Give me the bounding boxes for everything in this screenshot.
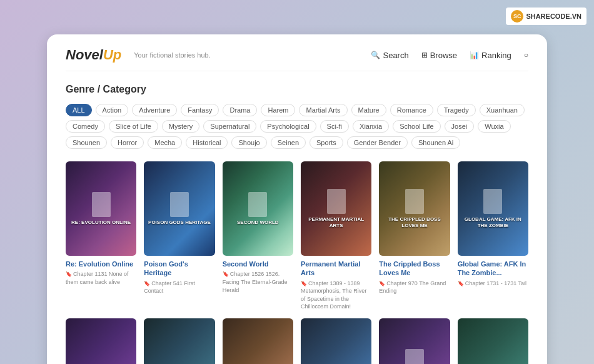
genre-tag-fantasy[interactable]: Fantasy <box>181 104 219 116</box>
novel-title-global-game: Global Game: AFK In The Zombie... <box>458 260 528 278</box>
genre-tag-sports[interactable]: Sports <box>310 136 343 149</box>
novel-chapter-crippled-boss: 🔖Chapter 970 The Grand Ending <box>379 280 450 295</box>
novel-chapter-permanent-martial: 🔖Chapter 1389 - 1389 Metamorphosis, The … <box>301 280 371 311</box>
genre-tag-xuanhuan[interactable]: Xuanhuan <box>480 104 525 116</box>
genre-tag-martial-arts[interactable]: Martial Arts <box>299 104 347 116</box>
genre-tag-mecha[interactable]: Mecha <box>148 136 182 149</box>
novel-card-novel-11[interactable]: AFTER TRANSMIGRATINGAfter Transmigrating… <box>379 318 450 364</box>
novel-cover-novel-8 <box>144 318 214 364</box>
novel-title-second-world: Second World <box>223 260 293 268</box>
nav-search-label: Search <box>383 51 408 60</box>
genre-tag-shoujo[interactable]: Shoujo <box>231 136 266 149</box>
more-icon: ○ <box>524 51 528 59</box>
novel-card-novel-10[interactable] <box>301 318 371 364</box>
novel-chapter-second-world: 🔖Chapter 1526 1526. Facing The Eternal-G… <box>223 270 293 294</box>
svg-rect-5 <box>483 189 502 214</box>
novel-title-re-evolution: Re: Evolution Online <box>66 260 136 268</box>
nav-ranking[interactable]: 📊 Ranking <box>470 51 511 60</box>
genre-tag-historical[interactable]: Historical <box>186 136 228 149</box>
genre-tag-gender-bender[interactable]: Gender Bender <box>347 136 408 149</box>
novel-cover-novel-10 <box>301 318 371 364</box>
svg-rect-3 <box>327 189 346 214</box>
novel-cover-re-evolution: RE: EVOLUTION ONLINE <box>66 161 136 256</box>
svg-rect-2 <box>248 192 267 217</box>
genre-tag-all[interactable]: ALL <box>66 104 92 116</box>
main-card: NovelUp Your fictional stories hub. 🔍 Se… <box>47 34 547 364</box>
novel-title-poison-gods: Poison God's Heritage <box>144 260 214 278</box>
novel-cover-novel-12 <box>458 318 528 364</box>
novel-card-re-evolution[interactable]: RE: EVOLUTION ONLINERe: Evolution Online… <box>66 161 136 311</box>
novel-title-crippled-boss: The Crippled Boss Loves Me <box>379 260 450 278</box>
genre-tag-comedy[interactable]: Comedy <box>66 120 105 133</box>
novel-cover-novel-11: AFTER TRANSMIGRATING <box>379 318 450 364</box>
watermark-badge: SC SHARECODE.VN <box>506 8 586 25</box>
novel-chapter-global-game: 🔖Chapter 1731 - 1731 Tail <box>458 280 528 288</box>
svg-rect-6 <box>405 349 424 364</box>
genre-tag-tragedy[interactable]: Tragedy <box>437 104 476 116</box>
nav: 🔍 Search ⊞ Browse 📊 Ranking ○ <box>371 51 528 60</box>
novel-card-novel-7[interactable] <box>66 318 136 364</box>
watermark-text: SHARECODE.VN <box>526 13 581 20</box>
novel-card-poison-gods[interactable]: POISON GODS HERITAGEPoison God's Heritag… <box>144 161 214 311</box>
novels-grid-row1: RE: EVOLUTION ONLINERe: Evolution Online… <box>66 161 528 311</box>
genre-tag-horror[interactable]: Horror <box>111 136 144 149</box>
svg-rect-1 <box>170 192 189 217</box>
search-icon: 🔍 <box>371 51 380 59</box>
nav-more[interactable]: ○ <box>524 51 528 59</box>
svg-rect-0 <box>92 192 111 217</box>
novel-chapter-poison-gods: 🔖Chapter 541 First Contact <box>144 280 214 295</box>
watermark-logo-icon: SC <box>511 10 523 23</box>
browse-icon: ⊞ <box>421 51 428 59</box>
novel-card-second-world[interactable]: SECOND WORLDSecond World🔖Chapter 1526 15… <box>223 161 293 311</box>
novel-cover-second-world: SECOND WORLD <box>223 161 293 256</box>
ranking-icon: 📊 <box>470 51 479 59</box>
genre-tag-shounen-ai[interactable]: Shounen Ai <box>411 136 460 149</box>
genre-tag-psychological[interactable]: Psychological <box>260 120 316 133</box>
genre-tag-xianxia[interactable]: Xianxia <box>353 120 389 133</box>
genre-tag-sci-fi[interactable]: Sci-fi <box>320 120 349 133</box>
genre-tag-shounen[interactable]: Shounen <box>66 136 107 149</box>
header: NovelUp Your fictional stories hub. 🔍 Se… <box>66 47 528 71</box>
logo-up: Up <box>103 47 121 63</box>
genre-tag-supernatural[interactable]: Supernatural <box>203 120 256 133</box>
genre-tag-mystery[interactable]: Mystery <box>162 120 200 133</box>
genre-tag-school-life[interactable]: School Life <box>393 120 440 133</box>
nav-browse-label: Browse <box>430 51 457 60</box>
novel-cover-permanent-martial: PERMANENT MARTIAL ARTS <box>301 161 371 256</box>
novels-grid-row2: AFTER TRANSMIGRATINGAfter Transmigrating… <box>66 318 528 364</box>
logo: NovelUp <box>66 47 121 63</box>
logo-novel: Novel <box>66 47 103 63</box>
novel-cover-poison-gods: POISON GODS HERITAGE <box>144 161 214 256</box>
genre-tag-seinen[interactable]: Seinen <box>271 136 306 149</box>
genre-tag-action[interactable]: Action <box>96 104 129 116</box>
page-title: Genre / Category <box>66 84 528 95</box>
genre-tag-drama[interactable]: Drama <box>223 104 257 116</box>
novel-card-novel-8[interactable] <box>144 318 214 364</box>
svg-rect-4 <box>405 189 424 214</box>
genre-tag-adventure[interactable]: Adventure <box>132 104 177 116</box>
novel-cover-novel-9 <box>223 318 293 364</box>
genre-tag-harem[interactable]: Harem <box>261 104 295 116</box>
novel-card-global-game[interactable]: GLOBAL GAME: AFK IN THE ZOMBIEGlobal Gam… <box>458 161 528 311</box>
novel-card-crippled-boss[interactable]: THE CRIPPLED BOSS LOVES METhe Crippled B… <box>379 161 450 311</box>
genre-tag-slice-of-life[interactable]: Slice of Life <box>109 120 158 133</box>
novel-card-novel-12[interactable] <box>458 318 528 364</box>
nav-browse[interactable]: ⊞ Browse <box>421 51 457 60</box>
novel-cover-global-game: GLOBAL GAME: AFK IN THE ZOMBIE <box>458 161 528 256</box>
novel-cover-crippled-boss: THE CRIPPLED BOSS LOVES ME <box>379 161 450 256</box>
novel-card-novel-9[interactable] <box>223 318 293 364</box>
nav-ranking-label: Ranking <box>481 51 511 60</box>
novel-title-permanent-martial: Permanent Martial Arts <box>301 260 371 278</box>
tagline: Your fictional stories hub. <box>134 51 211 59</box>
nav-search[interactable]: 🔍 Search <box>371 51 408 60</box>
genre-tag-josei[interactable]: Josei <box>445 120 475 133</box>
novel-chapter-re-evolution: 🔖Chapter 1131 None of them came back ali… <box>66 270 136 286</box>
genre-tag-romance[interactable]: Romance <box>390 104 433 116</box>
genre-tag-mature[interactable]: Mature <box>351 104 386 116</box>
genre-tags: ALLActionAdventureFantasyDramaHaremMarti… <box>66 104 528 149</box>
genre-tag-wuxia[interactable]: Wuxia <box>478 120 510 133</box>
novel-card-permanent-martial[interactable]: PERMANENT MARTIAL ARTSPermanent Martial … <box>301 161 371 311</box>
novel-cover-novel-7 <box>66 318 136 364</box>
